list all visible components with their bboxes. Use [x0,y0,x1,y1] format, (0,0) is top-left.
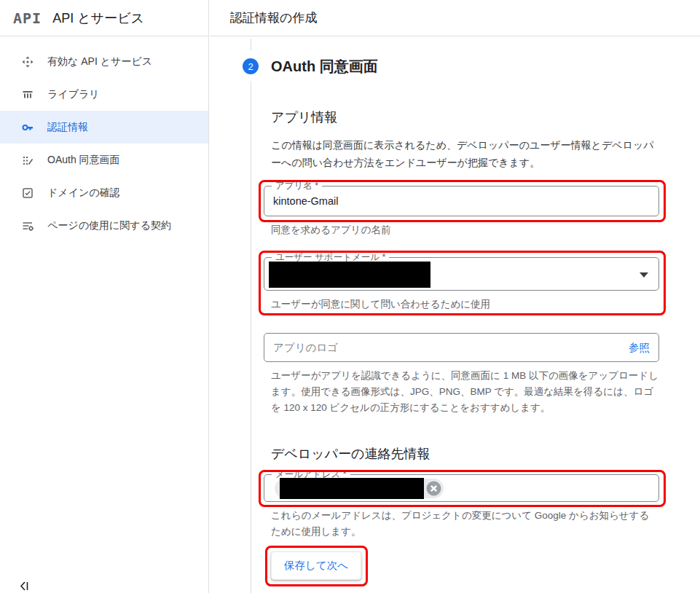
support-email-group: ユーザー サポートメール * ユーザーが同意に関して問い合わせるために使用 [264,257,659,313]
app-name-label: アプリ名 * [272,180,322,192]
product-name: API とサービス [52,9,144,27]
collapse-sidebar-icon[interactable] [19,581,31,592]
step-title: OAuth 同意画面 [271,57,378,76]
page-header: 認証情報の作成 [210,0,700,36]
app-name-value: kintone-Gmail [273,195,338,207]
sidebar-nav: 有効な API とサービス ライブラリ 認証情報 [0,36,208,242]
sidebar-item-label: 認証情報 [47,121,88,134]
domain-verification-icon [22,187,34,199]
app-info-heading: アプリ情報 [271,109,659,126]
save-and-continue-button[interactable]: 保存して次へ [271,551,361,580]
sidebar-item-oauth-consent[interactable]: OAuth 同意画面 [0,144,208,176]
app-logo-group: アプリのロゴ 参照 ユーザーがアプリを認識できるように、同意画面に 1 MB 以… [264,333,659,416]
enabled-apis-icon [22,56,34,68]
sidebar-item-enabled-apis[interactable]: 有効な API とサービス [0,45,208,78]
stepper-connector-top [251,39,251,51]
developer-email-helper: これらのメールアドレスは、プロジェクトの変更について Google からお知らせ… [271,508,659,540]
stepper-connector [251,81,251,593]
app-name-helper: 同意を求めるアプリの名前 [271,222,659,238]
gcp-console-screen: API API とサービス 有効な API とサービス [0,0,700,593]
api-logo: API [13,9,42,27]
app-logo-placeholder: アプリのロゴ [273,341,338,355]
sidebar: API API とサービス 有効な API とサービス [0,0,209,593]
save-button-group: 保存して次へ [271,551,361,580]
page-usage-agreement-icon [22,220,34,232]
remove-email-icon[interactable] [426,481,441,496]
step-2-badge: 2 [243,58,259,74]
redacted-developer-email [280,478,424,499]
developer-contact-heading: デベロッパーの連絡先情報 [271,445,659,463]
sidebar-item-credentials[interactable]: 認証情報 [0,111,208,144]
sidebar-item-label: ページの使用に関する契約 [47,219,171,232]
sidebar-item-domain-verification[interactable]: ドメインの確認 [0,176,208,209]
main-content: 2 OAuth 同意画面 アプリ情報 この情報は同意画面に表示されるため、デベロ… [210,37,700,593]
app-logo-helper: ユーザーがアプリを認識できるように、同意画面に 1 MB 以下の画像をアップロー… [271,368,659,416]
developer-email-field[interactable]: メールアドレス * [264,474,659,502]
sidebar-item-library[interactable]: ライブラリ [0,78,208,111]
email-chip [275,479,444,498]
dropdown-caret-icon[interactable] [640,272,648,278]
product-header: API API とサービス [0,0,208,36]
developer-email-group: メールアドレス * [264,474,659,502]
app-name-field[interactable]: アプリ名 * kintone-Gmail [264,186,659,216]
app-logo-field[interactable]: アプリのロゴ 参照 [264,333,659,362]
sidebar-item-label: 有効な API とサービス [47,55,152,68]
page-title: 認証情報の作成 [230,9,317,26]
support-email-select[interactable]: ユーザー サポートメール * [264,257,659,291]
app-name-group: アプリ名 * kintone-Gmail [264,186,659,216]
support-email-helper: ユーザーが同意に関して問い合わせるために使用 [271,296,659,313]
sidebar-item-label: ライブラリ [47,88,100,101]
sidebar-item-label: OAuth 同意画面 [47,154,120,167]
browse-link[interactable]: 参照 [629,341,650,355]
key-icon [22,122,34,133]
redacted-support-email [269,262,430,288]
library-icon [22,89,34,101]
app-info-description: この情報は同意画面に表示されるため、デベロッパーのユーザー情報とデベロッパーへの… [271,136,659,171]
sidebar-item-label: ドメインの確認 [47,186,120,200]
oauth-consent-icon [22,154,34,166]
sidebar-item-page-usage-agreement[interactable]: ページの使用に関する契約 [0,209,208,242]
oauth-consent-form: アプリ情報 この情報は同意画面に表示されるため、デベロッパーのユーザー情報とデベ… [264,109,659,580]
